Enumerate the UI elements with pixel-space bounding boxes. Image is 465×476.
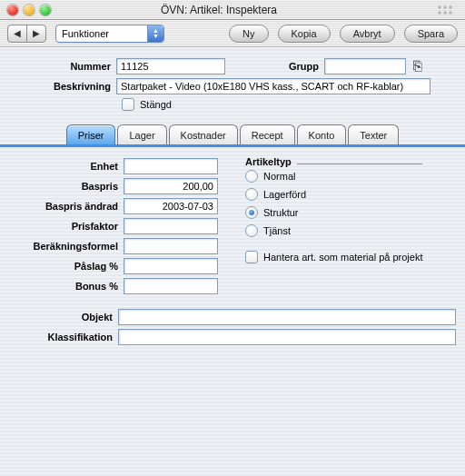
paslag-field[interactable] — [124, 258, 218, 274]
radio-struktur[interactable]: Struktur — [245, 203, 422, 222]
radio-tjanst-label: Tjänst — [263, 225, 291, 236]
title-bar: ÖVN: Artikel: Inspektera — [0, 0, 465, 20]
baspris-andrad-label: Baspris ändrad — [5, 201, 124, 212]
ny-button[interactable]: Ny — [229, 25, 268, 43]
berakningsformel-field[interactable] — [124, 238, 218, 254]
tab-kostnader-label: Kostnader — [181, 130, 226, 141]
popup-arrows-icon: ▲▼ — [147, 25, 163, 42]
material-checkbox[interactable]: Hantera art. som material på projekt — [245, 251, 422, 263]
artikeltyp-heading: Artikeltyp — [245, 156, 292, 167]
berakningsformel-label: Beräkningsformel — [5, 241, 124, 252]
stangd-label: Stängd — [140, 99, 172, 110]
bonus-field[interactable] — [124, 278, 218, 294]
baspris-andrad-field[interactable] — [124, 198, 218, 214]
nummer-label: Nummer — [7, 61, 116, 72]
beskrivning-field[interactable] — [116, 78, 430, 94]
paslag-label: Påslag % — [5, 261, 124, 272]
funktioner-popup[interactable]: Funktioner ▲▼ — [55, 25, 164, 43]
tab-strip: Priser Lager Kostnader Recept Konto Text… — [0, 124, 465, 147]
tab-recept-label: Recept — [252, 130, 283, 141]
nav-group: ◀ ▶ — [7, 25, 46, 43]
radio-icon — [245, 206, 258, 219]
klassifikation-field[interactable] — [118, 329, 456, 345]
kopia-label: Kopia — [292, 28, 317, 39]
triangle-right-icon: ▶ — [33, 28, 40, 38]
klassifikation-label: Klassifikation — [0, 332, 118, 342]
radio-struktur-label: Struktur — [263, 207, 299, 218]
objekt-label: Objekt — [0, 312, 118, 322]
ny-label: Ny — [242, 28, 254, 39]
bonus-label: Bonus % — [5, 281, 124, 292]
toolbar: ◀ ▶ Funktioner ▲▼ Ny Kopia Avbryt Spara — [0, 20, 465, 47]
section-rule — [297, 164, 423, 164]
enhet-label: Enhet — [5, 161, 124, 172]
radio-lagerford[interactable]: Lagerförd — [245, 185, 422, 203]
radio-normal-label: Normal — [263, 171, 295, 182]
avbryt-label: Avbryt — [353, 28, 381, 39]
price-fields: Enhet Baspris Baspris ändrad Prisfaktor … — [5, 156, 223, 296]
window-title: ÖVN: Artikel: Inspektera — [2, 4, 436, 16]
prisfaktor-label: Prisfaktor — [5, 221, 124, 232]
beskrivning-label: Beskrivning — [7, 81, 116, 92]
tab-recept[interactable]: Recept — [240, 124, 295, 144]
toolbar-grip-icon — [436, 4, 458, 16]
radio-tjanst[interactable]: Tjänst — [245, 222, 422, 240]
tab-priser[interactable]: Priser — [66, 124, 116, 144]
wide-fields: Objekt Klassifikation — [0, 307, 465, 347]
radio-lagerford-label: Lagerförd — [263, 189, 306, 200]
baspris-field[interactable] — [124, 178, 218, 194]
tab-texter-label: Texter — [360, 130, 387, 141]
baspris-label: Baspris — [5, 181, 124, 192]
grupp-label: Grupp — [289, 61, 319, 72]
kopia-button[interactable]: Kopia — [278, 25, 331, 43]
checkbox-icon — [122, 98, 134, 111]
tab-kostnader[interactable]: Kostnader — [169, 124, 238, 144]
spara-button[interactable]: Spara — [404, 25, 458, 43]
stangd-checkbox[interactable]: Stängd — [122, 98, 458, 111]
attachment-icon[interactable]: ⎘ — [413, 58, 422, 74]
tab-konto[interactable]: Konto — [297, 124, 347, 144]
avbryt-button[interactable]: Avbryt — [340, 25, 395, 43]
spara-label: Spara — [418, 28, 444, 39]
radio-normal[interactable]: Normal — [245, 167, 422, 185]
radio-icon — [245, 224, 258, 237]
tab-konto-label: Konto — [309, 130, 335, 141]
checkbox-icon — [245, 251, 258, 263]
radio-icon — [245, 170, 258, 183]
tab-body-priser: Enhet Baspris Baspris ändrad Prisfaktor … — [0, 147, 465, 302]
radio-icon — [245, 188, 258, 201]
triangle-left-icon: ◀ — [14, 28, 21, 38]
funktioner-label: Funktioner — [56, 28, 114, 39]
tab-priser-label: Priser — [78, 130, 104, 141]
tab-lager[interactable]: Lager — [117, 124, 166, 144]
tab-texter[interactable]: Texter — [348, 124, 399, 144]
prisfaktor-field[interactable] — [124, 218, 218, 234]
header-form: Nummer Grupp ⎘ Beskrivning Stängd — [0, 47, 465, 116]
nav-back-button[interactable]: ◀ — [7, 25, 27, 43]
objekt-field[interactable] — [118, 309, 456, 325]
tab-lager-label: Lager — [129, 130, 154, 141]
nav-forward-button[interactable]: ▶ — [26, 25, 46, 43]
grupp-field[interactable] — [324, 58, 406, 74]
nummer-field[interactable] — [116, 58, 225, 74]
enhet-field[interactable] — [124, 158, 218, 174]
material-label: Hantera art. som material på projekt — [263, 252, 422, 263]
artikeltyp-group: Artikeltyp Normal Lagerförd Struktur Tjä… — [245, 156, 422, 296]
